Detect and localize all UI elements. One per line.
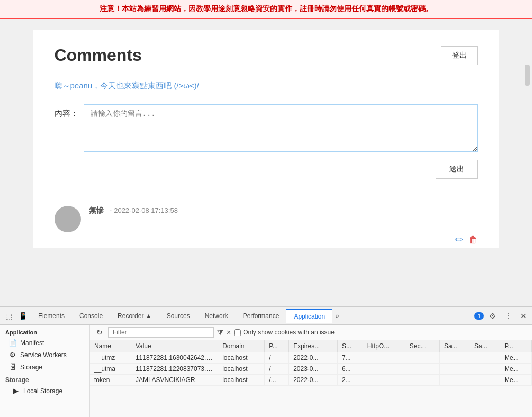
cookies-toolbar: ↻ ⧩ × Only show cookies with an issue: [90, 325, 532, 340]
table-cell: 2023-0...: [289, 364, 338, 375]
page-title: Comments: [55, 46, 142, 65]
tab-console[interactable]: Console: [72, 309, 110, 323]
sidebar-item-local-storage[interactable]: ▶ Local Storage: [0, 385, 89, 397]
table-cell: /: [265, 364, 289, 375]
main-page: Comments 登出 嗨～peanu，今天也來寫點東西吧 (/>ω<)/ 內容…: [33, 30, 499, 248]
col-samesite: Sa...: [439, 340, 470, 352]
table-cell: [439, 352, 470, 364]
table-cell: localhost: [218, 352, 265, 364]
comment-meta: 無慘 · 2022-02-08 17:13:58: [89, 206, 178, 215]
table-cell: /...: [265, 375, 289, 386]
table-cell: localhost: [218, 375, 265, 386]
comment-entry: 無慘 · 2022-02-08 17:13:58 ✏ 🗑: [55, 206, 478, 232]
table-cell: /: [265, 352, 289, 364]
table-cell: 111872281.1220837073.163...: [131, 364, 218, 375]
devtools-more-icon[interactable]: ⋮: [501, 310, 515, 322]
submit-button[interactable]: 送出: [436, 160, 478, 179]
header-row: Name Value Domain P... Expires... S... H…: [90, 340, 532, 352]
cookies-table-body: __utmz111872281.1630042642.1.1....localh…: [90, 352, 532, 386]
devtools-main: ↻ ⧩ × Only show cookies with an issue Na…: [90, 325, 532, 417]
table-cell: __utmz: [90, 352, 131, 364]
cookies-filter-input[interactable]: [108, 327, 214, 338]
devtools-badge: 1: [474, 312, 484, 320]
tab-application[interactable]: Application: [286, 309, 332, 323]
table-cell: [439, 375, 470, 386]
comment-actions: ✏ 🗑: [455, 234, 478, 246]
tab-sources[interactable]: Sources: [159, 309, 197, 323]
form-actions: 送出: [55, 160, 478, 179]
local-storage-icon: ▶: [12, 387, 20, 395]
sidebar-item-service-workers[interactable]: ⚙ Service Workers: [0, 349, 89, 361]
table-row[interactable]: tokenJAMLASVNCIKIAGRlocalhost/...2022-0.…: [90, 375, 532, 386]
devtools-panel: ⬚ 📱 Elements Console Recorder ▲ Sources …: [0, 306, 532, 417]
table-cell: 111872281.1630042642.1.1....: [131, 352, 218, 364]
scrollbar[interactable]: [524, 64, 530, 306]
sidebar-item-storage[interactable]: 🗄 Storage: [0, 361, 89, 373]
table-row[interactable]: __utma111872281.1220837073.163...localho…: [90, 364, 532, 375]
table-cell: JAMLASVNCIKIAGR: [131, 375, 218, 386]
col-value: Value: [131, 340, 218, 352]
table-cell: [405, 364, 439, 375]
issue-checkbox-text: Only show cookies with an issue: [243, 329, 335, 336]
table-cell: Me...: [500, 352, 532, 364]
warning-banner: 注意！本站為練習用網站，因教學用途刻意忽略資安的實作，註冊時請勿使用任何真實的帳…: [0, 0, 532, 19]
manifest-icon: 📄: [8, 339, 17, 347]
table-cell: Me...: [500, 375, 532, 386]
delete-button[interactable]: 🗑: [468, 234, 478, 246]
logout-button[interactable]: 登出: [441, 46, 478, 65]
devtools-right-icons: 1 ⚙ ⋮ ✕: [474, 310, 530, 322]
table-cell: 2...: [337, 375, 363, 386]
col-domain: Domain: [218, 340, 265, 352]
devtools-tabbar: ⬚ 📱 Elements Console Recorder ▲ Sources …: [0, 307, 532, 325]
issue-checkbox[interactable]: [234, 329, 241, 336]
clear-filter-icon[interactable]: ×: [227, 328, 231, 337]
form-row: 內容：: [55, 104, 478, 152]
devtools-device-icon[interactable]: 📱: [15, 310, 31, 322]
table-cell: [405, 352, 439, 364]
comment-dot: ·: [110, 206, 112, 214]
table-cell: [439, 364, 470, 375]
devtools-inspect-icon[interactable]: ⬚: [2, 310, 15, 322]
devtools-settings-icon[interactable]: ⚙: [486, 310, 499, 322]
table-cell: 2022-0...: [289, 352, 338, 364]
table-cell: [470, 352, 500, 364]
sidebar-item-storage-label: Storage: [20, 364, 42, 371]
funnel-icon[interactable]: ⧩: [217, 328, 223, 337]
tab-network[interactable]: Network: [197, 309, 236, 323]
cookies-table-header: Name Value Domain P... Expires... S... H…: [90, 340, 532, 352]
issue-checkbox-label[interactable]: Only show cookies with an issue: [234, 329, 335, 336]
table-cell: [470, 375, 500, 386]
content-label: 內容：: [55, 104, 78, 119]
table-cell: localhost: [218, 364, 265, 375]
avatar: [55, 206, 81, 232]
table-cell: 6...: [337, 364, 363, 375]
col-httponly: HttpO...: [363, 340, 405, 352]
storage-icon: 🗄: [8, 363, 17, 371]
sidebar-storage-group: Storage: [0, 373, 89, 385]
col-expires: Expires...: [289, 340, 338, 352]
comment-body: 無慘 · 2022-02-08 17:13:58: [89, 206, 178, 232]
table-row[interactable]: __utmz111872281.1630042642.1.1....localh…: [90, 352, 532, 364]
tab-performance[interactable]: Performance: [236, 309, 287, 323]
edit-button[interactable]: ✏: [455, 234, 463, 246]
service-workers-icon: ⚙: [8, 351, 17, 359]
table-cell: 2022-0...: [289, 375, 338, 386]
tab-more-button[interactable]: »: [332, 310, 342, 322]
tab-recorder[interactable]: Recorder ▲: [110, 309, 159, 323]
sidebar-item-local-storage-label: Local Storage: [23, 387, 62, 395]
table-cell: [363, 375, 405, 386]
sidebar-item-manifest[interactable]: 📄 Manifest: [0, 337, 89, 349]
table-cell: token: [90, 375, 131, 386]
col-name: Name: [90, 340, 131, 352]
cookies-table-scroll[interactable]: Name Value Domain P... Expires... S... H…: [90, 340, 532, 417]
col-size: S...: [337, 340, 363, 352]
table-cell: [363, 352, 405, 364]
refresh-cookies-button[interactable]: ↻: [94, 327, 105, 338]
tab-elements[interactable]: Elements: [31, 309, 72, 323]
table-cell: Me...: [500, 364, 532, 375]
sidebar-item-service-workers-label: Service Workers: [20, 351, 67, 359]
devtools-close-icon[interactable]: ✕: [517, 310, 530, 322]
table-cell: [363, 364, 405, 375]
divider: [55, 195, 478, 195]
comment-textarea[interactable]: [84, 104, 478, 152]
